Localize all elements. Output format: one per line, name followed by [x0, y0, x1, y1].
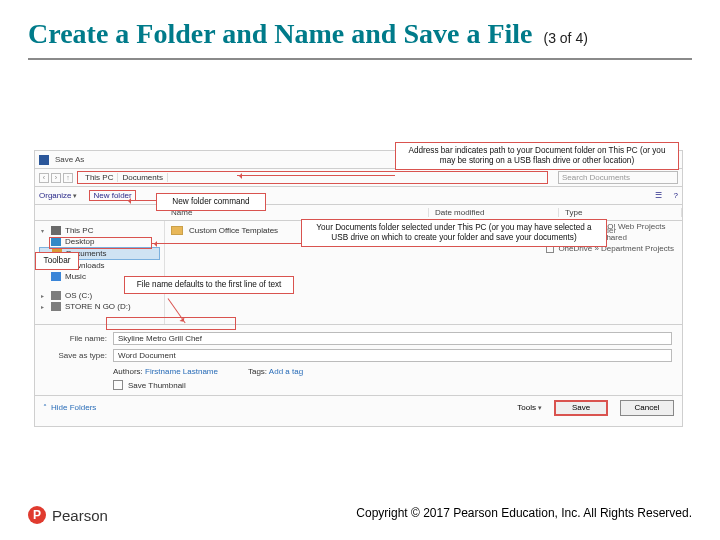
chevron-up-icon: ˄: [43, 403, 47, 412]
pc-icon: [51, 226, 61, 235]
save-type-label: Save as type:: [45, 351, 107, 360]
nav-usb-label: STORE N GO (D:): [65, 302, 131, 311]
tools-label: Tools: [517, 403, 536, 412]
breadcrumb-root[interactable]: This PC: [81, 173, 118, 182]
file-name-value: Skyline Metro Grill Chef: [118, 334, 202, 343]
back-button[interactable]: ‹: [39, 173, 49, 183]
save-type-value: Word Document: [118, 351, 176, 360]
forward-button[interactable]: ›: [51, 173, 61, 183]
callout-new-folder: New folder command: [156, 193, 266, 211]
save-button[interactable]: Save: [554, 400, 608, 416]
folder-icon: [171, 226, 183, 235]
nav-music-label: Music: [65, 272, 86, 281]
col-type[interactable]: Type: [559, 208, 682, 217]
pearson-logo-text: Pearson: [52, 507, 108, 524]
tools-menu[interactable]: Tools▾: [517, 403, 542, 412]
authors-value[interactable]: Firstname Lastname: [145, 367, 218, 376]
cancel-button[interactable]: Cancel: [620, 400, 674, 416]
toolbar: Organize▾ New folder ☰ ?: [35, 187, 682, 205]
cancel-label: Cancel: [635, 403, 660, 412]
callout-toolbar: Toolbar: [35, 252, 79, 270]
organize-label: Organize: [39, 191, 71, 200]
title-text: Create a Folder and Name and Save a File: [28, 18, 532, 49]
callout-documents-selected: Your Documents folder selected under Thi…: [301, 219, 607, 247]
arrow-documents: [152, 243, 301, 244]
drive-icon: [51, 291, 61, 300]
music-icon: [51, 272, 61, 281]
tags-label: Tags:: [248, 367, 267, 376]
page-title: Create a Folder and Name and Save a File…: [28, 18, 692, 50]
usb-icon: [51, 302, 61, 311]
help-button[interactable]: ?: [674, 191, 678, 200]
search-placeholder: Search Documents: [562, 173, 630, 182]
title-progress: (3 of 4): [543, 30, 587, 46]
breadcrumb-leaf[interactable]: Documents: [118, 173, 167, 182]
save-thumbnail-label: Save Thumbnail: [128, 381, 186, 390]
nav-this-pc[interactable]: ▾This PC: [39, 225, 160, 236]
col-date[interactable]: Date modified: [429, 208, 559, 217]
arrow-newfolder: [126, 200, 156, 201]
view-button[interactable]: ☰: [655, 191, 662, 200]
address-bar[interactable]: This PC Documents: [77, 171, 548, 184]
file-name-label: File name:: [45, 334, 107, 343]
chevron-down-icon: ▾: [73, 192, 77, 199]
highlight-filename: [106, 317, 236, 330]
chevron-down-icon: ▾: [538, 404, 542, 411]
save-type-select[interactable]: Word Document: [113, 349, 672, 362]
save-form: File name: Skyline Metro Grill Chef Save…: [35, 324, 682, 395]
search-input[interactable]: Search Documents: [558, 171, 678, 184]
pearson-logo-icon: P: [28, 506, 46, 524]
pearson-logo: P Pearson: [28, 506, 108, 524]
hide-folders-label: Hide Folders: [51, 403, 96, 412]
tags-value[interactable]: Add a tag: [269, 367, 303, 376]
up-button[interactable]: ↑: [63, 173, 73, 183]
dialog-title: Save As: [55, 155, 84, 164]
word-icon: [39, 155, 49, 165]
authors-label: Authors:: [113, 367, 143, 376]
file-name-input[interactable]: Skyline Metro Grill Chef: [113, 332, 672, 345]
nav-this-pc-label: This PC: [65, 226, 93, 235]
organize-menu[interactable]: Organize▾: [39, 191, 77, 200]
save-thumbnail-checkbox[interactable]: [113, 380, 123, 390]
highlight-documents: [49, 237, 152, 249]
save-label: Save: [572, 403, 590, 412]
callout-address-bar: Address bar indicates path to your Docum…: [395, 142, 679, 170]
copyright: Copyright © 2017 Pearson Education, Inc.…: [356, 506, 692, 520]
hide-folders-link[interactable]: ˄Hide Folders: [43, 403, 96, 412]
nav-usb-drive[interactable]: ▸STORE N GO (D:): [39, 301, 160, 312]
callout-file-name: File name defaults to the first line of …: [124, 276, 294, 294]
nav-os-label: OS (C:): [65, 291, 92, 300]
arrow-address: [237, 175, 395, 176]
